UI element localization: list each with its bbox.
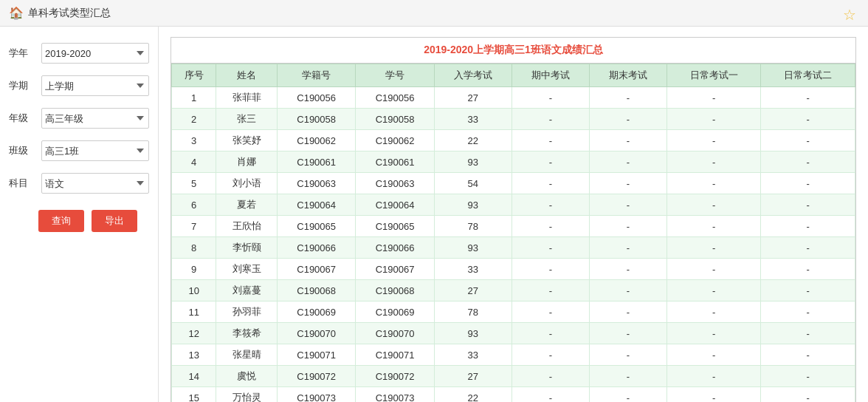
table-cell: C190066 bbox=[277, 237, 355, 259]
table-cell: 李忻颐 bbox=[216, 237, 278, 259]
table-cell: C190061 bbox=[356, 151, 434, 173]
table-cell: - bbox=[666, 151, 760, 173]
table-cell: 张笑妤 bbox=[216, 130, 278, 151]
table-cell: - bbox=[666, 173, 760, 194]
table-cell: 5 bbox=[172, 173, 216, 194]
table-cell: 万怡灵 bbox=[216, 387, 278, 403]
table-cell: C190072 bbox=[277, 366, 355, 387]
table-cell: 93 bbox=[434, 237, 512, 259]
table-cell: 15 bbox=[172, 387, 216, 403]
table-cell: 8 bbox=[172, 237, 216, 259]
table-cell: - bbox=[589, 237, 666, 259]
table-cell: 93 bbox=[434, 323, 512, 344]
table-cell: - bbox=[512, 130, 589, 151]
select-xuenian[interactable]: 2019-2020 2018-2019 2017-2018 bbox=[41, 43, 149, 64]
export-button[interactable]: 导出 bbox=[92, 210, 137, 232]
table-cell: - bbox=[512, 87, 589, 109]
table-row: 6夏若C190064C19006493---- bbox=[172, 194, 855, 216]
table-cell: 13 bbox=[172, 344, 216, 366]
table-cell: - bbox=[761, 366, 855, 387]
table-cell: C190056 bbox=[277, 87, 355, 109]
table-wrapper: 2019-2020上学期高三1班语文成绩汇总 序号 姓名 学籍号 学号 入学考试… bbox=[170, 37, 856, 402]
table-cell: C190068 bbox=[356, 280, 434, 302]
table-cell: 4 bbox=[172, 151, 216, 173]
table-row: 14虞悦C190072C19007227---- bbox=[172, 366, 855, 387]
table-cell: - bbox=[761, 130, 855, 151]
label-banji: 班级 bbox=[9, 144, 35, 157]
table-cell: 33 bbox=[434, 259, 512, 280]
label-nianji: 年级 bbox=[9, 112, 35, 125]
table-cell: - bbox=[512, 237, 589, 259]
table-cell: - bbox=[589, 194, 666, 216]
table-cell: 张菲菲 bbox=[216, 87, 278, 109]
table-cell: - bbox=[512, 194, 589, 216]
table-cell: 27 bbox=[434, 280, 512, 302]
table-cell: 33 bbox=[434, 344, 512, 366]
table-cell: 7 bbox=[172, 216, 216, 237]
table-cell: 虞悦 bbox=[216, 366, 278, 387]
sidebar-row-xuenian: 学年 2019-2020 2018-2019 2017-2018 bbox=[0, 37, 158, 69]
table-cell: - bbox=[589, 344, 666, 366]
table-cell: - bbox=[589, 151, 666, 173]
sidebar-row-banji: 班级 高三1班 高三2班 高三3班 bbox=[0, 134, 158, 167]
table-cell: - bbox=[512, 387, 589, 403]
table-cell: - bbox=[761, 280, 855, 302]
table-cell: C190069 bbox=[277, 302, 355, 323]
table-cell: 张星晴 bbox=[216, 344, 278, 366]
table-cell: - bbox=[761, 344, 855, 366]
table-cell: 54 bbox=[434, 173, 512, 194]
table-cell: - bbox=[761, 387, 855, 403]
table-cell: - bbox=[589, 302, 666, 323]
table-cell: 刘小语 bbox=[216, 173, 278, 194]
table-cell: 12 bbox=[172, 323, 216, 344]
table-cell: 3 bbox=[172, 130, 216, 151]
table-cell: 78 bbox=[434, 302, 512, 323]
main-content: 2019-2020上学期高三1班语文成绩汇总 序号 姓名 学籍号 学号 入学考试… bbox=[159, 0, 868, 402]
col-header-richang1: 日常考试一 bbox=[666, 64, 760, 87]
scores-table: 序号 姓名 学籍号 学号 入学考试 期中考试 期末考试 日常考试一 日常考试二 … bbox=[171, 64, 855, 402]
table-cell: - bbox=[666, 87, 760, 109]
table-cell: - bbox=[666, 302, 760, 323]
select-nianji[interactable]: 高三年级 高二年级 高一年级 bbox=[41, 108, 149, 129]
table-cell: C190063 bbox=[356, 173, 434, 194]
col-header-seq: 序号 bbox=[172, 64, 216, 87]
table-cell: 22 bbox=[434, 387, 512, 403]
table-row: 2张三C190058C19005833---- bbox=[172, 109, 855, 130]
table-cell: C190064 bbox=[356, 194, 434, 216]
table-cell: C190067 bbox=[277, 259, 355, 280]
table-cell: - bbox=[512, 366, 589, 387]
select-banji[interactable]: 高三1班 高三2班 高三3班 bbox=[41, 140, 149, 161]
table-cell: C190065 bbox=[277, 216, 355, 237]
select-kemu[interactable]: 语文 数学 英语 bbox=[41, 173, 149, 194]
table-cell: - bbox=[589, 259, 666, 280]
table-cell: 1 bbox=[172, 87, 216, 109]
col-header-richang2: 日常考试二 bbox=[761, 64, 855, 87]
query-button[interactable]: 查询 bbox=[38, 210, 84, 232]
table-row: 1张菲菲C190056C19005627---- bbox=[172, 87, 855, 109]
table-cell: - bbox=[666, 366, 760, 387]
table-cell: 夏若 bbox=[216, 194, 278, 216]
select-xueqi[interactable]: 上学期 下学期 bbox=[41, 75, 149, 96]
table-cell: C190065 bbox=[356, 216, 434, 237]
table-cell: - bbox=[512, 173, 589, 194]
table-cell: - bbox=[589, 87, 666, 109]
table-cell: - bbox=[761, 237, 855, 259]
table-row: 8李忻颐C190066C19006693---- bbox=[172, 237, 855, 259]
table-cell: - bbox=[512, 109, 589, 130]
star-icon[interactable]: ☆ bbox=[843, 6, 856, 24]
table-cell: 孙羽菲 bbox=[216, 302, 278, 323]
table-cell: C190071 bbox=[277, 344, 355, 366]
table-cell: C190058 bbox=[277, 109, 355, 130]
table-header-row: 序号 姓名 学籍号 学号 入学考试 期中考试 期末考试 日常考试一 日常考试二 bbox=[172, 64, 855, 87]
table-cell: 10 bbox=[172, 280, 216, 302]
table-cell: C190061 bbox=[277, 151, 355, 173]
table-cell: 93 bbox=[434, 194, 512, 216]
table-cell: - bbox=[666, 323, 760, 344]
table-cell: 14 bbox=[172, 366, 216, 387]
table-cell: 肖娜 bbox=[216, 151, 278, 173]
col-header-rukao: 入学考试 bbox=[434, 64, 512, 87]
page-title: 单科考试类型汇总 bbox=[28, 7, 111, 20]
table-cell: C190070 bbox=[356, 323, 434, 344]
col-header-qizhong: 期中考试 bbox=[512, 64, 589, 87]
table-cell: - bbox=[761, 87, 855, 109]
